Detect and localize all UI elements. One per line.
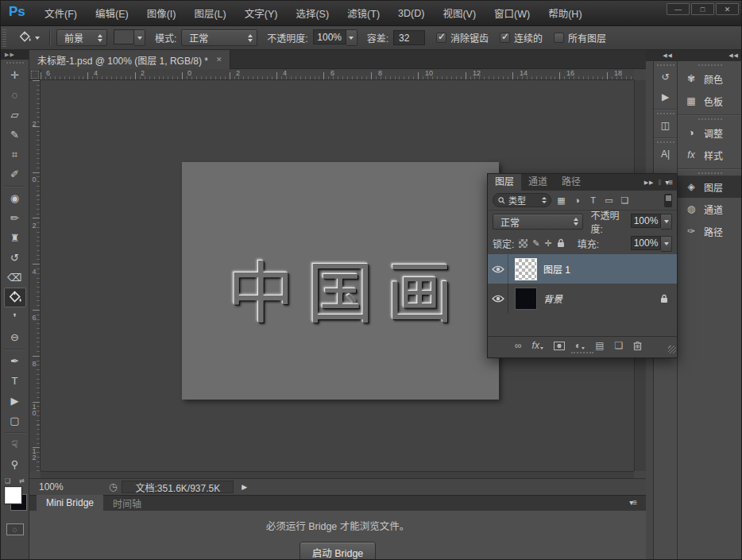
color-panel-button[interactable]: ✾ 颜色 <box>678 68 742 90</box>
pen-tool[interactable]: ✒ <box>4 351 26 371</box>
tab-close-icon[interactable]: ✕ <box>216 56 222 64</box>
dock-grip[interactable] <box>698 64 722 66</box>
lasso-tool[interactable]: ▱ <box>4 105 26 125</box>
zoom-tool[interactable]: ⚲ <box>4 454 26 474</box>
path-selection-tool[interactable]: ▶ <box>4 391 26 411</box>
close-button[interactable]: ✕ <box>716 3 739 15</box>
paths-panel-button[interactable]: ✑ 路径 <box>678 220 742 242</box>
filter-toggle-switch[interactable] <box>664 194 672 207</box>
layer-name[interactable]: 图层 1 <box>543 262 570 276</box>
filter-pixel-icon[interactable]: ▦ <box>555 195 567 206</box>
tools-collapse-bar[interactable]: ▶▶ <box>1 50 29 60</box>
visibility-toggle[interactable] <box>488 284 508 313</box>
collapse-panels-icon[interactable]: ◀◀ <box>654 50 677 61</box>
layer-opacity-control[interactable]: 100% <box>631 214 672 230</box>
styles-panel-button[interactable]: fx 样式 <box>678 144 742 166</box>
lock-all-icon[interactable] <box>557 238 565 249</box>
actions-panel-button[interactable]: ▶ <box>655 87 676 106</box>
channels-panel-button[interactable]: ◍ 通道 <box>678 198 742 220</box>
brush-tool[interactable]: ✏ <box>4 208 26 228</box>
hand-tool[interactable]: ☟ <box>4 434 26 454</box>
eyedropper-tool[interactable]: ✐ <box>4 164 26 184</box>
paint-bucket-tool[interactable] <box>4 288 26 307</box>
lock-position-icon[interactable]: ✛ <box>545 238 552 249</box>
swatches-panel-button[interactable]: ▦ 色板 <box>678 90 742 112</box>
type-tool[interactable]: T <box>4 371 26 391</box>
ruler-origin[interactable] <box>29 69 41 80</box>
options-grip[interactable] <box>2 29 6 47</box>
document-tab[interactable]: 未标题-1.psd @ 100% (图层 1, RGB/8) * ✕ <box>29 50 230 69</box>
panel-expand-icon[interactable]: ▶▶ <box>644 180 655 186</box>
opacity-control[interactable]: 100% <box>313 29 357 46</box>
lock-transparency-icon[interactable] <box>519 239 528 248</box>
move-tool[interactable]: ✛ <box>4 65 26 85</box>
horizontal-ruler[interactable]: 6 4 2 0 2 4 6 8 10 12 14 16 18 <box>41 69 634 80</box>
marquee-tool[interactable]: ◌ <box>4 85 26 105</box>
mode-dropdown[interactable]: 正常 <box>181 29 257 46</box>
menu-filter[interactable]: 滤镜(T) <box>345 4 382 22</box>
menu-edit[interactable]: 编辑(E) <box>93 4 131 22</box>
vertical-ruler[interactable]: 2 0 2 4 6 8 10 12 <box>29 80 41 471</box>
contiguous-checkbox[interactable] <box>500 33 510 43</box>
blend-mode-dropdown[interactable]: 正常 <box>493 214 583 230</box>
clone-stamp-tool[interactable]: ♜ <box>4 228 26 248</box>
fill-source-dropdown[interactable]: 前景 <box>56 29 107 46</box>
new-adjustment-layer-icon[interactable]: ◐ <box>575 340 585 351</box>
dock-grip[interactable] <box>698 172 722 174</box>
filter-smart-object-icon[interactable]: ❏ <box>619 195 631 206</box>
eraser-tool[interactable]: ⌫ <box>4 268 26 288</box>
menu-help[interactable]: 帮助(H) <box>546 4 584 22</box>
menu-window[interactable]: 窗口(W) <box>492 4 532 22</box>
shape-tool[interactable]: ▢ <box>4 411 26 431</box>
3d-panel-button[interactable]: ◫ <box>655 116 676 135</box>
tab-channels[interactable]: 通道 <box>521 174 555 191</box>
tolerance-input[interactable] <box>393 30 425 45</box>
menu-3d[interactable]: 3D(D) <box>396 6 427 21</box>
link-layers-icon[interactable]: ∞ <box>515 340 522 351</box>
dodge-tool[interactable]: ⊖ <box>4 327 26 347</box>
blur-tool[interactable]: ❜ <box>4 307 26 327</box>
status-flyout-icon[interactable]: ▶ <box>242 483 247 491</box>
dock-grip[interactable] <box>657 113 674 114</box>
layers-panel-button[interactable]: ◈ 图层 <box>678 176 742 198</box>
panel-menu-icon[interactable]: ▾≡ <box>665 178 672 187</box>
crop-tool[interactable]: ⌗ <box>4 145 26 164</box>
quick-selection-tool[interactable]: ✎ <box>4 125 26 145</box>
layer-row[interactable]: 图层 1 <box>488 254 677 284</box>
contiguous-checkbox-group[interactable]: 连续的 <box>500 31 543 44</box>
character-panel-button[interactable]: A| <box>655 145 676 164</box>
filter-kind-dropdown[interactable]: 类型 <box>493 193 551 207</box>
tab-timeline[interactable]: 时间轴 <box>103 495 151 511</box>
panel-menu-icon[interactable]: ▾≡ <box>629 498 636 507</box>
maximize-button[interactable]: □ <box>691 3 714 15</box>
tab-layers[interactable]: 图层 <box>488 174 521 191</box>
all-layers-checkbox[interactable] <box>554 33 564 43</box>
adjustments-panel-button[interactable]: ◑ 调整 <box>678 122 742 144</box>
new-group-icon[interactable]: ▤ <box>595 340 604 351</box>
all-layers-checkbox-group[interactable]: 所有图层 <box>554 31 606 44</box>
history-brush-tool[interactable]: ↺ <box>4 248 26 268</box>
quick-mask-button[interactable]: ◌ <box>6 523 24 535</box>
fill-control[interactable]: 100% <box>631 236 672 252</box>
minimize-button[interactable]: — <box>667 3 690 15</box>
panel-drag-grip[interactable] <box>571 352 593 353</box>
menu-view[interactable]: 视图(V) <box>440 4 478 22</box>
horizontal-scrollbar[interactable] <box>41 471 634 478</box>
delete-layer-icon[interactable] <box>633 341 642 350</box>
default-colors-icon[interactable]: ❏ <box>5 477 10 485</box>
pattern-picker[interactable] <box>114 29 145 46</box>
dock-grip[interactable] <box>698 118 722 120</box>
tab-paths[interactable]: 路径 <box>555 174 588 191</box>
filter-type-icon[interactable]: T <box>587 195 599 205</box>
panel-resize-grip[interactable] <box>668 346 676 353</box>
add-layer-mask-icon[interactable] <box>554 342 565 350</box>
filter-shape-icon[interactable]: ▭ <box>603 195 615 206</box>
menu-layer[interactable]: 图层(L) <box>191 4 228 22</box>
menu-file[interactable]: 文件(F) <box>42 4 79 22</box>
healing-red-eye-tool[interactable]: ◉ <box>4 188 26 208</box>
tools-grip[interactable] <box>6 62 24 64</box>
menu-select[interactable]: 选择(S) <box>293 4 331 22</box>
dock-grip[interactable] <box>657 64 674 66</box>
antialias-checkbox[interactable] <box>436 33 446 43</box>
antialias-checkbox-group[interactable]: 消除锯齿 <box>436 31 489 44</box>
